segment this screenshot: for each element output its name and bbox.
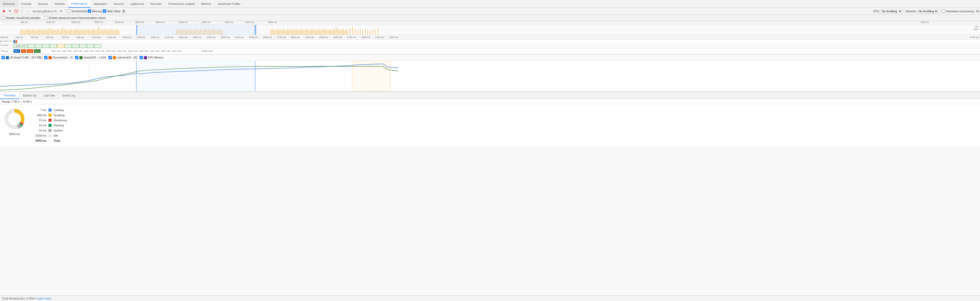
screenshots-checkbox-label[interactable]: Screenshots xyxy=(67,10,87,13)
frames-row: Frames 1016.7 ms xyxy=(0,44,980,49)
url-dropdown[interactable]: ▾ xyxy=(59,8,64,14)
documents-legend[interactable]: Documents[1 – 2] xyxy=(44,56,73,59)
svg-rect-182 xyxy=(365,29,366,35)
svg-rect-152 xyxy=(318,29,318,35)
tab-performance[interactable]: Performance xyxy=(68,0,91,8)
tab-event-log[interactable]: Event Log xyxy=(59,92,79,99)
svg-rect-14 xyxy=(38,30,39,35)
svg-rect-44 xyxy=(76,29,77,35)
svg-rect-115 xyxy=(270,30,271,35)
svg-rect-80 xyxy=(179,30,179,35)
nodes-checkbox[interactable] xyxy=(75,56,78,59)
reload-record-button[interactable]: ↻ xyxy=(7,8,13,14)
svg-rect-164 xyxy=(333,29,334,35)
svg-rect-50 xyxy=(84,31,85,35)
fcf-badge: FCF xyxy=(27,49,33,53)
svg-rect-157 xyxy=(324,29,325,35)
clear-button[interactable]: 🚫 xyxy=(13,8,19,14)
screenshots-checkbox[interactable] xyxy=(67,10,71,13)
listeners-checkbox[interactable] xyxy=(108,56,112,59)
tab-lighthouse[interactable]: Lighthouse xyxy=(127,0,147,8)
save-button[interactable]: ↓ xyxy=(25,8,31,14)
svg-rect-96 xyxy=(199,30,200,35)
svg-rect-34 xyxy=(64,30,64,35)
svg-rect-25 xyxy=(52,29,53,35)
tab-sources[interactable]: Sources xyxy=(35,0,51,8)
frame-bar-10 xyxy=(87,44,94,48)
memory-chart[interactable] xyxy=(0,61,980,91)
svg-rect-109 xyxy=(216,31,216,35)
tab-call-tree[interactable]: Call Tree xyxy=(40,92,59,99)
stats-row-system: 76 ms System xyxy=(31,128,977,133)
trash-button[interactable]: 🗑 xyxy=(121,8,127,14)
js-heap-legend[interactable]: JS Heap[7.5 MB – 26.3 MB] xyxy=(2,56,41,59)
disable-js-samples-checkbox[interactable] xyxy=(2,16,5,19)
svg-rect-167 xyxy=(337,29,337,35)
svg-rect-168 xyxy=(338,30,339,35)
tab-console[interactable]: Console xyxy=(18,0,35,8)
tab-recorder[interactable]: Recorder xyxy=(147,0,165,8)
svg-rect-77 xyxy=(119,31,119,35)
main-toolbar: ⏺ ↻ 🚫 ↑ ↓ leoniya.github.io #1 ▾ Screens… xyxy=(0,8,980,15)
learn-more-link[interactable]: Learn more xyxy=(37,297,51,300)
cpu-throttle-select[interactable]: No throttling 4x slowdown 6x slowdown xyxy=(881,9,902,14)
svg-rect-68 xyxy=(107,31,108,35)
dcl-badge: DCL xyxy=(14,49,20,53)
svg-rect-58 xyxy=(94,30,95,35)
documents-checkbox[interactable] xyxy=(44,56,48,59)
load-button[interactable]: ↑ xyxy=(19,8,25,14)
hardware-concurrency-checkbox[interactable] xyxy=(942,10,945,13)
tab-summary[interactable]: Summary xyxy=(0,92,19,99)
svg-rect-119 xyxy=(276,29,276,35)
system-color xyxy=(48,129,52,132)
overview-timeline[interactable]: 628 ms 1628 ms 2828 ms 3828 ms 4628 ms 5… xyxy=(0,21,980,35)
gpu-memory-legend[interactable]: GPU Memory xyxy=(140,56,164,59)
svg-rect-45 xyxy=(78,30,78,35)
svg-rect-38 xyxy=(69,30,70,35)
svg-rect-43 xyxy=(75,30,76,35)
tab-security[interactable]: Security xyxy=(111,0,127,8)
nodes-legend[interactable]: Nodes[258 – 1,204] xyxy=(75,56,106,59)
svg-rect-72 xyxy=(112,30,113,35)
svg-rect-174 xyxy=(346,29,347,35)
enable-advanced-paint-checkbox[interactable] xyxy=(45,16,48,19)
frame-bar-4 xyxy=(42,44,49,48)
svg-rect-116 xyxy=(272,29,272,35)
gpu-memory-checkbox[interactable] xyxy=(140,56,143,59)
memory-checkbox-label[interactable]: Memory xyxy=(88,10,102,13)
svg-rect-13 xyxy=(37,29,38,35)
tab-memory[interactable]: Memory xyxy=(198,0,215,8)
web-vitals-checkbox-label[interactable]: Web Vitals xyxy=(103,10,121,13)
svg-rect-87 xyxy=(188,30,188,35)
svg-rect-62 xyxy=(100,29,100,35)
hardware-concurrency-label[interactable]: Hardware concurrency 16 xyxy=(942,10,979,13)
svg-rect-180 xyxy=(360,29,360,35)
url-display: leoniya.github.io #1 xyxy=(33,10,57,13)
disable-js-samples-label[interactable]: Disable JavaScript samples xyxy=(2,16,40,19)
tab-bottom-up[interactable]: Bottom-Up xyxy=(19,92,40,99)
svg-rect-149 xyxy=(314,30,315,35)
tab-js-profiler[interactable]: JavaScript Profiler xyxy=(215,0,244,8)
js-heap-checkbox[interactable] xyxy=(2,56,5,59)
frame-bar-9 xyxy=(80,44,86,48)
tab-application[interactable]: Application xyxy=(91,0,111,8)
memory-checkbox[interactable] xyxy=(88,10,91,13)
network-throttle-select[interactable]: No throttling Fast 3G Slow 3G Offline xyxy=(918,9,939,14)
svg-rect-153 xyxy=(319,30,320,35)
tab-performance-insights[interactable]: Performance insights xyxy=(165,0,198,8)
rendering-color xyxy=(48,119,52,122)
svg-rect-141 xyxy=(304,29,304,35)
svg-rect-95 xyxy=(198,29,198,35)
web-vitals-checkbox[interactable] xyxy=(103,10,106,13)
svg-rect-159 xyxy=(327,29,327,35)
tab-network[interactable]: Network xyxy=(52,0,68,8)
enable-advanced-paint-label[interactable]: Enable advanced paint instrumentation (s… xyxy=(45,16,106,19)
stats-row-painting: 19 ms Painting xyxy=(31,123,977,128)
record-button[interactable]: ⏺ xyxy=(1,8,6,14)
svg-rect-165 xyxy=(334,30,335,35)
listeners-legend[interactable]: Listeners[18 – 36] xyxy=(108,56,137,59)
svg-rect-171 xyxy=(342,29,342,35)
svg-rect-155 xyxy=(321,29,322,35)
svg-rect-92 xyxy=(194,30,194,35)
tab-elements[interactable]: Elements xyxy=(0,0,18,8)
